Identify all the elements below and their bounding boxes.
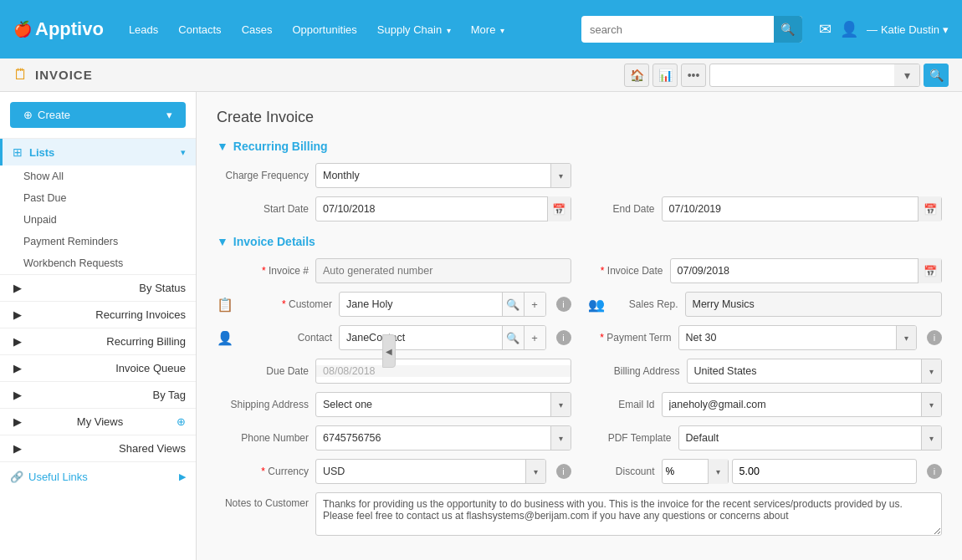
sidebar-list-item-show-all[interactable]: Show All <box>0 165 196 187</box>
billing-address-select-input[interactable]: United States <box>688 359 922 384</box>
due-date-input <box>315 359 571 384</box>
by-tag-header[interactable]: ▶ By Tag <box>0 382 196 408</box>
invoice-num-field: Invoice # <box>217 258 571 283</box>
search-box: 🔍 <box>581 16 802 43</box>
my-views-header[interactable]: ▶ My Views ⊕ <box>0 409 196 435</box>
subheader: 🗒 INVOICE 🏠 📊 ••• ▾ 🔍 <box>0 59 962 92</box>
currency-select[interactable]: USD ▾ <box>315 459 546 484</box>
invoice-queue-label: Invoice Queue <box>115 362 186 374</box>
useful-links[interactable]: 🔗 Useful Links ▶ <box>0 461 196 491</box>
payment-term-select[interactable]: Net 30 ▾ <box>678 325 918 350</box>
my-views-label: My Views <box>77 415 123 428</box>
payment-term-info-icon[interactable]: i <box>927 330 942 345</box>
charge-frequency-select-input[interactable]: Monthly <box>316 163 550 188</box>
mail-icon[interactable]: ✉ <box>819 20 832 38</box>
payment-term-label: Payment Term <box>588 332 672 344</box>
subheader-dropdown-btn[interactable]: ▾ <box>894 64 919 87</box>
invoice-queue-header[interactable]: ▶ Invoice Queue <box>0 355 196 381</box>
discount-field: Discount % ▾ i <box>588 459 943 484</box>
by-status-label: By Status <box>139 282 186 294</box>
due-date-value[interactable] <box>316 365 571 377</box>
pdf-template-select-input[interactable]: Default <box>679 425 922 451</box>
contact-info-icon[interactable]: i <box>556 330 571 345</box>
payment-term-select-input[interactable]: Net 30 <box>679 325 897 350</box>
end-date-calendar-icon[interactable]: 📅 <box>918 196 941 221</box>
user-menu[interactable]: — Katie Dustin ▾ <box>867 23 949 36</box>
shipping-address-select[interactable]: Select one ▾ <box>315 392 571 417</box>
billing-address-select[interactable]: United States ▾ <box>687 359 943 384</box>
chart-button[interactable]: 📊 <box>652 64 678 87</box>
page-title: Create Invoice <box>217 109 942 126</box>
nav-opportunities[interactable]: Opportunities <box>284 18 365 41</box>
sidebar-list-item-unpaid[interactable]: Unpaid <box>0 209 196 231</box>
customer-info-icon[interactable]: i <box>556 297 571 312</box>
logo-icon: 🍎 <box>13 20 32 38</box>
by-status-header[interactable]: ▶ By Status <box>0 275 196 301</box>
shipping-email-row: Shipping Address Select one ▾ Email Id j… <box>217 392 942 417</box>
user-chevron-icon: ▾ <box>943 23 949 36</box>
email-id-select[interactable]: janeholy@gmail.com ▾ <box>662 392 943 417</box>
discount-type-select[interactable]: % ▾ <box>662 459 729 484</box>
discount-type-select-input[interactable]: % <box>663 466 708 477</box>
start-date-calendar-icon[interactable]: 📅 <box>547 196 571 221</box>
nav-contacts[interactable]: Contacts <box>170 18 229 41</box>
shared-views-header[interactable]: ▶ Shared Views <box>0 435 196 461</box>
customer-salesrep-row: 📋 Customer 🔍 + i 👥 Sales Rep. <box>217 292 942 317</box>
sidebar-list-item-past-due[interactable]: Past Due <box>0 187 196 209</box>
phone-number-label: Phone Number <box>217 432 309 444</box>
recurring-invoices-header[interactable]: ▶ Recurring Invoices <box>0 302 196 328</box>
user-icon[interactable]: 👤 <box>840 20 858 38</box>
lists-header[interactable]: ⊞ Lists ▾ <box>0 139 196 165</box>
invoice-date-calendar-icon[interactable]: 📅 <box>918 258 941 283</box>
recurring-billing-section-title[interactable]: ▼ Recurring Billing <box>217 140 942 153</box>
start-date-input: 📅 <box>315 196 571 221</box>
contact-input[interactable] <box>340 332 502 344</box>
discount-info-icon[interactable]: i <box>927 464 942 479</box>
contact-search-icon[interactable]: 🔍 <box>502 325 524 350</box>
recurring-billing-header[interactable]: ▶ Recurring Billing <box>0 328 196 354</box>
end-date-value[interactable] <box>663 203 919 215</box>
customer-search-icon[interactable]: 🔍 <box>502 292 524 317</box>
invoice-num-input[interactable] <box>315 258 571 283</box>
dots-button[interactable]: ••• <box>681 64 706 87</box>
home-button[interactable]: 🏠 <box>624 64 649 87</box>
start-date-label: Start Date <box>217 203 309 215</box>
pdf-template-select[interactable]: Default ▾ <box>678 425 943 451</box>
sidebar-list-item-payment-reminders[interactable]: Payment Reminders <box>0 231 196 252</box>
nav-more[interactable]: More ▾ <box>463 18 513 41</box>
invoice-details-section-title[interactable]: ▼ Invoice Details <box>217 235 942 248</box>
currency-select-input[interactable]: USD <box>316 459 525 484</box>
sidebar-collapse-button[interactable]: ◀ <box>382 334 396 368</box>
supply-chain-arrow-icon: ▾ <box>447 26 451 35</box>
notes-textarea[interactable]: Thanks for providing us the opportunity … <box>315 492 942 536</box>
customer-add-icon[interactable]: + <box>524 292 545 317</box>
phone-number-select[interactable]: 6745756756 ▾ <box>315 425 571 451</box>
nav-cases[interactable]: Cases <box>233 18 281 41</box>
start-date-value[interactable] <box>316 203 547 215</box>
search-button[interactable]: 🔍 <box>774 16 802 43</box>
contact-add-icon[interactable]: + <box>524 325 545 350</box>
shipping-address-select-input[interactable]: Select one <box>316 392 550 417</box>
currency-info-icon[interactable]: i <box>556 464 571 479</box>
discount-type-arrow-icon: ▾ <box>708 459 728 484</box>
invoice-date-value[interactable] <box>671 265 919 277</box>
end-date-label: End Date <box>588 203 655 215</box>
subheader-search-input[interactable] <box>710 69 894 81</box>
phone-number-select-input[interactable]: 6745756756 <box>316 425 550 451</box>
charge-frequency-select[interactable]: Monthly ▾ <box>315 163 571 188</box>
sidebar-section-lists: ⊞ Lists ▾ Show All Past Due Unpaid Payme… <box>0 138 196 274</box>
create-button[interactable]: ⊕ Create ▾ <box>10 102 186 128</box>
customer-field-icon: 📋 <box>217 297 233 313</box>
nav-supply-chain[interactable]: Supply Chain ▾ <box>369 18 459 41</box>
sales-rep-input[interactable] <box>685 292 943 317</box>
my-views-plus-icon[interactable]: ⊕ <box>177 415 186 428</box>
customer-input[interactable] <box>340 298 502 310</box>
sidebar-list-item-workbench-requests[interactable]: Workbench Requests <box>0 252 196 274</box>
currency-field: Currency USD ▾ i <box>217 459 571 484</box>
email-id-select-input[interactable]: janeholy@gmail.com <box>663 392 922 417</box>
discount-value-input[interactable] <box>732 459 918 484</box>
currency-discount-row: Currency USD ▾ i Discount % <box>217 459 942 484</box>
search-input[interactable] <box>581 23 774 36</box>
subheader-go-button[interactable]: 🔍 <box>924 64 949 87</box>
nav-leads[interactable]: Leads <box>120 18 166 41</box>
